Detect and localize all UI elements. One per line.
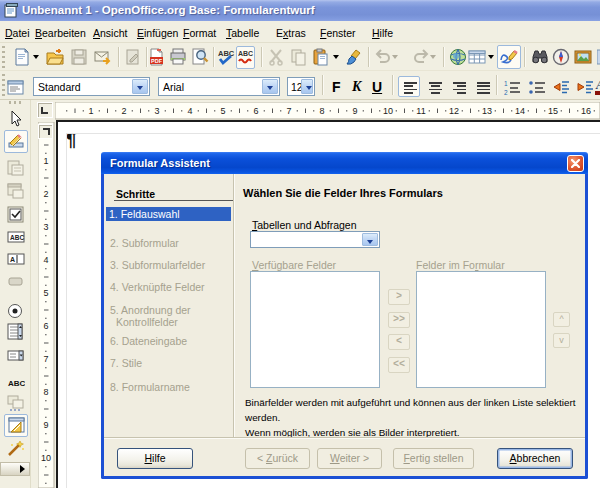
svg-text:9: 9 [352, 106, 357, 116]
svg-text:9: 9 [43, 420, 48, 430]
svg-text:15: 15 [548, 106, 558, 116]
svg-text:ABC: ABC [218, 49, 235, 58]
svg-text:1: 1 [88, 106, 93, 116]
svg-text:4: 4 [187, 106, 192, 116]
svg-text:7: 7 [286, 106, 291, 116]
svg-text:8: 8 [43, 387, 48, 397]
svg-text:ABC: ABC [8, 379, 25, 388]
svg-text:5: 5 [43, 288, 48, 298]
svg-text:1: 1 [504, 80, 508, 87]
svg-text:A: A [595, 78, 600, 92]
svg-text:14: 14 [515, 106, 525, 116]
svg-text:ABC: ABC [10, 234, 24, 241]
svg-text:8: 8 [319, 106, 324, 116]
svg-text:11: 11 [416, 106, 425, 116]
svg-text:1: 1 [43, 156, 48, 166]
svg-text:4: 4 [43, 255, 48, 265]
svg-text:5: 5 [220, 106, 225, 116]
svg-text:7: 7 [43, 354, 48, 364]
svg-text:2: 2 [121, 106, 126, 116]
svg-text:16: 16 [581, 106, 591, 116]
svg-text:3: 3 [43, 222, 48, 232]
svg-text:ABC: ABC [238, 50, 253, 57]
svg-text:12: 12 [449, 106, 459, 116]
svg-text:A: A [10, 256, 15, 263]
svg-text:2: 2 [504, 89, 508, 96]
svg-text:2: 2 [43, 189, 48, 199]
svg-text:PDF: PDF [151, 58, 163, 64]
svg-text:3: 3 [154, 106, 159, 116]
svg-text:13: 13 [482, 106, 492, 116]
svg-text:10: 10 [41, 453, 51, 463]
svg-text:6: 6 [43, 321, 48, 331]
svg-text:10: 10 [383, 106, 393, 116]
svg-text:6: 6 [253, 106, 258, 116]
